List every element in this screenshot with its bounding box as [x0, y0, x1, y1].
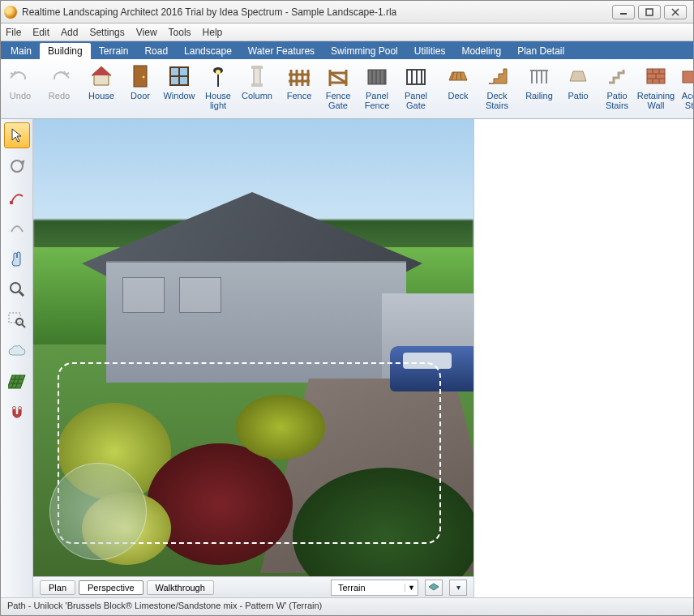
- undo-button[interactable]: Undo: [1, 59, 40, 118]
- shrub: [236, 395, 325, 460]
- menu-file[interactable]: File: [6, 27, 21, 38]
- panel-gate-button[interactable]: Panel Gate: [396, 59, 435, 118]
- status-text: Path - Unilock 'Brussels Block® Limeston…: [7, 601, 322, 610]
- zoom-tool[interactable]: [4, 276, 30, 302]
- tab-main[interactable]: Main: [2, 43, 40, 59]
- tab-utilities[interactable]: Utilities: [406, 43, 454, 59]
- tab-terrain[interactable]: Terrain: [91, 43, 137, 59]
- select-tool[interactable]: [4, 122, 30, 148]
- patio-button[interactable]: Patio: [559, 59, 598, 118]
- redo-button[interactable]: Redo: [40, 59, 79, 118]
- maximize-icon: [645, 8, 653, 16]
- deck-button[interactable]: Deck: [439, 59, 478, 118]
- viewport-3d[interactable]: [33, 119, 473, 576]
- close-icon: [671, 8, 679, 16]
- menu-edit[interactable]: Edit: [32, 27, 49, 38]
- tab-plan-detail[interactable]: Plan Detail: [509, 43, 572, 59]
- panel-gate-icon: [402, 62, 430, 90]
- svg-point-7: [143, 76, 145, 79]
- fence-icon: [285, 62, 313, 90]
- layer-dropdown[interactable]: Terrain ▼: [331, 580, 418, 596]
- snap-tool[interactable]: [4, 400, 30, 426]
- panel-fence-button[interactable]: Panel Fence: [358, 59, 396, 118]
- svg-rect-16: [251, 83, 263, 87]
- minimize-button[interactable]: [612, 5, 635, 19]
- cloud-icon: [7, 344, 27, 358]
- zoom-region-tool[interactable]: [4, 307, 30, 333]
- accessory-button[interactable]: Acc St: [675, 59, 693, 118]
- magnifier-icon: [8, 280, 26, 298]
- retaining-wall-button[interactable]: Retaining Wall: [636, 59, 675, 118]
- patio-stairs-icon: [603, 62, 631, 90]
- deck-stairs-button[interactable]: Deck Stairs: [478, 59, 516, 118]
- pan-tool[interactable]: [4, 246, 30, 272]
- car: [390, 346, 473, 391]
- cloud-tool[interactable]: [4, 338, 30, 364]
- menu-help[interactable]: Help: [203, 27, 223, 38]
- svg-point-56: [11, 160, 23, 172]
- tab-swimming-pool[interactable]: Swimming Pool: [323, 43, 406, 59]
- window-title: Realtime Landscaping Architect 2016 Tria…: [22, 6, 612, 18]
- brick-wall-icon: [642, 62, 670, 90]
- tab-road[interactable]: Road: [136, 43, 176, 59]
- app-icon: [4, 6, 17, 19]
- tab-building[interactable]: Building: [40, 43, 91, 59]
- statusbar: Path - Unilock 'Brussels Block® Limeston…: [1, 597, 693, 615]
- house-light-button[interactable]: House light: [199, 59, 238, 118]
- house-icon: [88, 62, 115, 90]
- house-button[interactable]: House: [82, 59, 121, 118]
- svg-rect-14: [254, 67, 260, 85]
- svg-rect-1: [646, 9, 653, 15]
- fence-gate-button[interactable]: Fence Gate: [319, 59, 358, 118]
- close-button[interactable]: [664, 5, 687, 19]
- arc-icon: [8, 219, 26, 237]
- patio-stairs-button[interactable]: Patio Stairs: [598, 59, 636, 118]
- navigation-puck[interactable]: [49, 463, 147, 560]
- viewport-area: Plan Perspective Walkthrough Terrain ▼ ▾: [33, 119, 474, 597]
- deck-icon: [444, 62, 472, 90]
- undo-icon: [6, 62, 34, 90]
- menu-tools[interactable]: Tools: [169, 27, 191, 38]
- view-tab-perspective[interactable]: Perspective: [79, 580, 143, 595]
- column-icon: [243, 62, 271, 90]
- grid-tool[interactable]: [4, 369, 30, 395]
- svg-rect-57: [10, 201, 13, 204]
- svg-rect-69: [19, 407, 21, 409]
- svg-rect-55: [683, 71, 693, 83]
- menu-settings[interactable]: Settings: [89, 27, 124, 38]
- column-button[interactable]: Column: [238, 59, 276, 118]
- curve-tool[interactable]: [4, 184, 30, 210]
- window-button[interactable]: Window: [160, 59, 199, 118]
- arc-tool[interactable]: [4, 215, 30, 241]
- tab-landscape[interactable]: Landscape: [176, 43, 240, 59]
- door-button[interactable]: Door: [121, 59, 160, 118]
- fence-button[interactable]: Fence: [280, 59, 319, 118]
- panel-fence-icon: [363, 62, 391, 90]
- magnet-icon: [8, 404, 26, 421]
- layers-icon: [428, 583, 439, 592]
- minimize-icon: [619, 8, 628, 16]
- railing-button[interactable]: Railing: [520, 59, 559, 118]
- cursor-icon: [9, 127, 25, 143]
- svg-point-58: [11, 283, 20, 293]
- stairs-icon: [483, 62, 511, 90]
- menu-view[interactable]: View: [136, 27, 157, 38]
- svg-marker-5: [92, 66, 111, 75]
- orbit-tool[interactable]: [4, 153, 30, 179]
- svg-point-61: [16, 319, 23, 325]
- maximize-button[interactable]: [638, 5, 661, 19]
- layer-toggle-button[interactable]: [425, 580, 443, 596]
- door-icon: [126, 62, 154, 90]
- menu-add[interactable]: Add: [61, 27, 78, 38]
- lamp-icon: [204, 62, 232, 90]
- curve-icon: [8, 188, 26, 206]
- tab-water-features[interactable]: Water Features: [240, 43, 323, 59]
- svg-rect-15: [251, 66, 263, 69]
- view-tab-walkthrough[interactable]: Walkthrough: [147, 580, 214, 595]
- ribbon-tabs: Main Building Terrain Road Landscape Wat…: [1, 41, 693, 59]
- view-tab-plan[interactable]: Plan: [40, 580, 75, 595]
- accessory-icon: [675, 62, 693, 90]
- tab-modeling[interactable]: Modeling: [453, 43, 509, 59]
- svg-marker-70: [429, 584, 439, 590]
- layer-more-button[interactable]: ▾: [449, 580, 467, 596]
